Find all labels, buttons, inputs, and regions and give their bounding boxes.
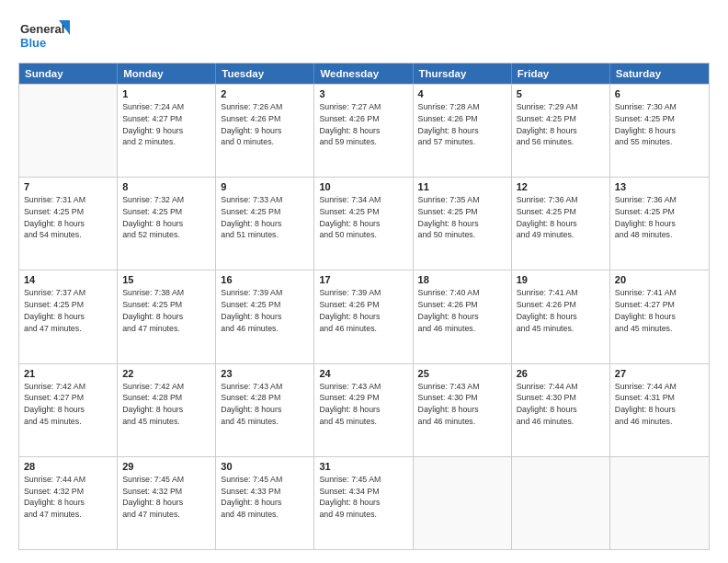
day-number: 2	[221, 88, 309, 99]
day-number: 16	[221, 274, 309, 285]
day-detail: Sunrise: 7:42 AMSunset: 4:27 PMDaylight:…	[24, 381, 112, 428]
header-day-tuesday: Tuesday	[216, 63, 314, 84]
svg-text:Blue: Blue	[20, 36, 46, 50]
day-detail: Sunrise: 7:45 AMSunset: 4:33 PMDaylight:…	[221, 474, 309, 521]
day-number: 14	[24, 274, 112, 285]
day-detail: Sunrise: 7:38 AMSunset: 4:25 PMDaylight:…	[122, 287, 210, 334]
calendar-cell: 14Sunrise: 7:37 AMSunset: 4:25 PMDayligh…	[19, 270, 118, 362]
day-number: 19	[517, 274, 605, 285]
header-day-thursday: Thursday	[414, 63, 512, 84]
day-detail: Sunrise: 7:29 AMSunset: 4:25 PMDaylight:…	[517, 101, 605, 148]
day-detail: Sunrise: 7:36 AMSunset: 4:25 PMDaylight:…	[615, 194, 704, 241]
calendar-cell: 21Sunrise: 7:42 AMSunset: 4:27 PMDayligh…	[19, 364, 118, 456]
calendar-cell: 16Sunrise: 7:39 AMSunset: 4:25 PMDayligh…	[216, 270, 314, 362]
day-detail: Sunrise: 7:45 AMSunset: 4:32 PMDaylight:…	[122, 474, 210, 521]
day-number: 10	[319, 181, 407, 192]
calendar-cell: 15Sunrise: 7:38 AMSunset: 4:25 PMDayligh…	[118, 270, 216, 362]
header-day-monday: Monday	[118, 63, 216, 84]
day-detail: Sunrise: 7:36 AMSunset: 4:25 PMDaylight:…	[517, 194, 605, 241]
day-detail: Sunrise: 7:41 AMSunset: 4:27 PMDaylight:…	[615, 287, 704, 334]
calendar-header-row: SundayMondayTuesdayWednesdayThursdayFrid…	[19, 63, 709, 84]
day-detail: Sunrise: 7:28 AMSunset: 4:26 PMDaylight:…	[418, 101, 506, 148]
calendar-cell: 20Sunrise: 7:41 AMSunset: 4:27 PMDayligh…	[610, 270, 709, 362]
day-detail: Sunrise: 7:42 AMSunset: 4:28 PMDaylight:…	[122, 381, 210, 428]
calendar-cell: 25Sunrise: 7:43 AMSunset: 4:30 PMDayligh…	[414, 364, 512, 456]
day-number: 28	[24, 461, 112, 472]
day-number: 15	[122, 274, 210, 285]
day-number: 3	[319, 88, 407, 99]
day-detail: Sunrise: 7:30 AMSunset: 4:25 PMDaylight:…	[615, 101, 704, 148]
calendar-cell: 6Sunrise: 7:30 AMSunset: 4:25 PMDaylight…	[610, 85, 709, 177]
calendar-cell: 30Sunrise: 7:45 AMSunset: 4:33 PMDayligh…	[216, 457, 314, 549]
day-number: 30	[221, 461, 309, 472]
day-number: 4	[418, 88, 506, 99]
day-detail: Sunrise: 7:44 AMSunset: 4:30 PMDaylight:…	[517, 381, 605, 428]
calendar-cell: 11Sunrise: 7:35 AMSunset: 4:25 PMDayligh…	[414, 178, 512, 270]
calendar-cell: 23Sunrise: 7:43 AMSunset: 4:28 PMDayligh…	[216, 364, 314, 456]
calendar-body: 1Sunrise: 7:24 AMSunset: 4:27 PMDaylight…	[19, 84, 709, 549]
day-number: 13	[615, 181, 704, 192]
calendar-cell: 29Sunrise: 7:45 AMSunset: 4:32 PMDayligh…	[118, 457, 216, 549]
day-number: 5	[517, 88, 605, 99]
calendar-cell: 9Sunrise: 7:33 AMSunset: 4:25 PMDaylight…	[216, 178, 314, 270]
calendar-cell: 24Sunrise: 7:43 AMSunset: 4:29 PMDayligh…	[314, 364, 413, 456]
day-detail: Sunrise: 7:44 AMSunset: 4:32 PMDaylight:…	[24, 474, 112, 521]
day-detail: Sunrise: 7:43 AMSunset: 4:30 PMDaylight:…	[418, 381, 506, 428]
day-detail: Sunrise: 7:37 AMSunset: 4:25 PMDaylight:…	[24, 287, 112, 334]
day-number: 21	[24, 368, 112, 379]
day-number: 25	[418, 368, 506, 379]
calendar-cell: 18Sunrise: 7:40 AMSunset: 4:26 PMDayligh…	[414, 270, 512, 362]
day-detail: Sunrise: 7:31 AMSunset: 4:25 PMDaylight:…	[24, 194, 112, 241]
day-number: 17	[319, 274, 407, 285]
calendar-cell: 27Sunrise: 7:44 AMSunset: 4:31 PMDayligh…	[610, 364, 709, 456]
calendar-cell: 13Sunrise: 7:36 AMSunset: 4:25 PMDayligh…	[610, 178, 709, 270]
day-number: 9	[221, 181, 309, 192]
header-day-sunday: Sunday	[19, 63, 118, 84]
day-detail: Sunrise: 7:39 AMSunset: 4:25 PMDaylight:…	[221, 287, 309, 334]
day-number: 8	[122, 181, 210, 192]
day-detail: Sunrise: 7:26 AMSunset: 4:26 PMDaylight:…	[221, 101, 309, 148]
day-detail: Sunrise: 7:27 AMSunset: 4:26 PMDaylight:…	[319, 101, 407, 148]
day-detail: Sunrise: 7:45 AMSunset: 4:34 PMDaylight:…	[319, 474, 407, 521]
day-number: 18	[418, 274, 506, 285]
calendar-cell: 5Sunrise: 7:29 AMSunset: 4:25 PMDaylight…	[512, 85, 610, 177]
calendar-cell: 31Sunrise: 7:45 AMSunset: 4:34 PMDayligh…	[314, 457, 413, 549]
calendar-cell: 3Sunrise: 7:27 AMSunset: 4:26 PMDaylight…	[314, 85, 413, 177]
calendar-cell: 22Sunrise: 7:42 AMSunset: 4:28 PMDayligh…	[118, 364, 216, 456]
header: GeneralBlue	[18, 17, 710, 53]
day-detail: Sunrise: 7:33 AMSunset: 4:25 PMDaylight:…	[221, 194, 309, 241]
logo: GeneralBlue	[18, 17, 74, 53]
calendar-row-1: 7Sunrise: 7:31 AMSunset: 4:25 PMDaylight…	[19, 177, 709, 270]
day-number: 27	[615, 368, 704, 379]
calendar-cell: 12Sunrise: 7:36 AMSunset: 4:25 PMDayligh…	[512, 178, 610, 270]
day-detail: Sunrise: 7:24 AMSunset: 4:27 PMDaylight:…	[122, 101, 210, 148]
page: GeneralBlue SundayMondayTuesdayWednesday…	[0, 0, 728, 563]
header-day-friday: Friday	[512, 63, 610, 84]
svg-text:General: General	[20, 22, 64, 36]
day-detail: Sunrise: 7:44 AMSunset: 4:31 PMDaylight:…	[615, 381, 704, 428]
calendar-cell: 19Sunrise: 7:41 AMSunset: 4:26 PMDayligh…	[512, 270, 610, 362]
logo-svg: GeneralBlue	[18, 17, 74, 53]
calendar-cell: 8Sunrise: 7:32 AMSunset: 4:25 PMDaylight…	[118, 178, 216, 270]
day-detail: Sunrise: 7:43 AMSunset: 4:29 PMDaylight:…	[319, 381, 407, 428]
day-number: 6	[615, 88, 704, 99]
day-detail: Sunrise: 7:32 AMSunset: 4:25 PMDaylight:…	[122, 194, 210, 241]
calendar-cell	[19, 85, 118, 177]
day-detail: Sunrise: 7:41 AMSunset: 4:26 PMDaylight:…	[517, 287, 605, 334]
day-detail: Sunrise: 7:40 AMSunset: 4:26 PMDaylight:…	[418, 287, 506, 334]
day-number: 1	[122, 88, 210, 99]
day-number: 11	[418, 181, 506, 192]
calendar-cell: 26Sunrise: 7:44 AMSunset: 4:30 PMDayligh…	[512, 364, 610, 456]
calendar-cell: 2Sunrise: 7:26 AMSunset: 4:26 PMDaylight…	[216, 85, 314, 177]
header-day-saturday: Saturday	[610, 63, 709, 84]
day-number: 23	[221, 368, 309, 379]
day-number: 31	[319, 461, 407, 472]
calendar: SundayMondayTuesdayWednesdayThursdayFrid…	[18, 63, 710, 550]
day-number: 22	[122, 368, 210, 379]
day-number: 29	[122, 461, 210, 472]
calendar-cell	[512, 457, 610, 549]
calendar-row-2: 14Sunrise: 7:37 AMSunset: 4:25 PMDayligh…	[19, 270, 709, 362]
calendar-cell	[414, 457, 512, 549]
day-number: 24	[319, 368, 407, 379]
day-detail: Sunrise: 7:35 AMSunset: 4:25 PMDaylight:…	[418, 194, 506, 241]
